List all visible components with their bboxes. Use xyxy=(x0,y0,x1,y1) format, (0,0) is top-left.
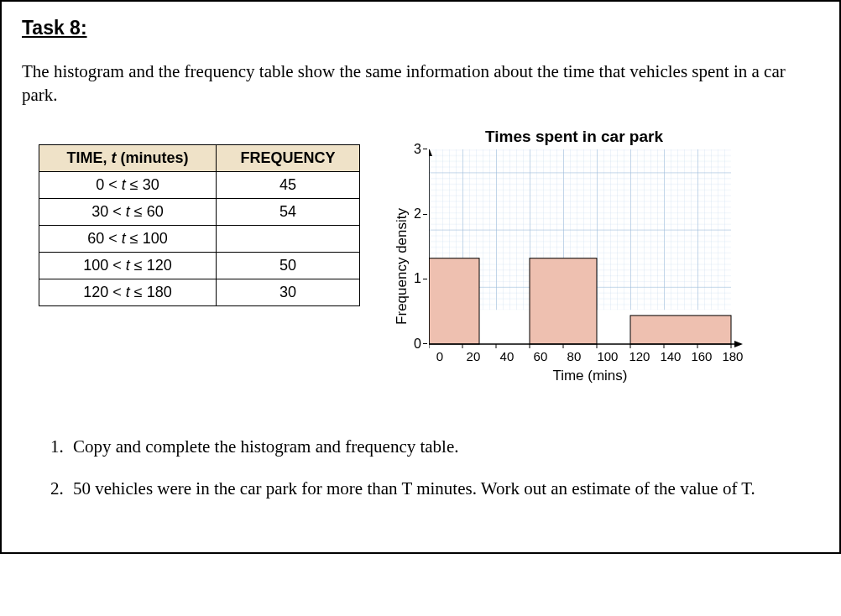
task-title: Task 8: xyxy=(22,17,819,39)
question-list: Copy and complete the histogram and freq… xyxy=(22,435,819,501)
x-tick: 160 xyxy=(691,349,712,363)
histogram-bar xyxy=(630,316,731,344)
histogram-plot xyxy=(429,149,748,349)
cell-freq xyxy=(217,225,360,252)
histogram-bar xyxy=(530,258,597,343)
x-tick: 100 xyxy=(597,349,618,363)
x-tick: 0 xyxy=(436,349,443,363)
table-row: 100 < t ≤ 120 50 xyxy=(39,252,360,279)
x-tick: 20 xyxy=(467,349,481,363)
x-tick: 60 xyxy=(534,349,548,363)
cell-freq: 50 xyxy=(217,252,360,279)
cell-freq: 45 xyxy=(217,171,360,198)
x-tick: 80 xyxy=(567,349,582,363)
histogram-block: Times spent in car park Frequency densit… xyxy=(394,128,755,384)
th-freq: FREQUENCY xyxy=(217,144,360,171)
content-row: TIME, t (minutes) FREQUENCY 0 < t ≤ 30 4… xyxy=(22,128,819,384)
th-range: TIME, t (minutes) xyxy=(39,144,217,171)
table-row: 120 < t ≤ 180 30 xyxy=(39,279,360,305)
cell-freq: 54 xyxy=(217,198,360,225)
x-ticks: 0 20 40 60 80 100 120 140 160 180 xyxy=(421,349,740,366)
x-tick: 120 xyxy=(629,349,650,363)
task-page: Task 8: The histogram and the frequency … xyxy=(0,0,841,554)
cell-range: 60 < t ≤ 100 xyxy=(39,225,217,252)
arrow-right-icon xyxy=(734,341,743,347)
cell-range: 120 < t ≤ 180 xyxy=(39,279,217,305)
cell-range: 30 < t ≤ 60 xyxy=(39,198,217,225)
x-tick: 180 xyxy=(722,349,743,363)
table-row: 0 < t ≤ 30 45 xyxy=(39,171,360,198)
y-ticks: 3 2 1 0 xyxy=(414,149,427,344)
cell-freq: 30 xyxy=(217,279,360,305)
cell-range: 100 < t ≤ 120 xyxy=(39,252,217,279)
chart-title: Times spent in car park xyxy=(394,128,755,146)
question-2: 50 vehicles were in the car park for mor… xyxy=(68,477,819,500)
x-tick: 40 xyxy=(500,349,515,363)
table-row: 60 < t ≤ 100 xyxy=(39,225,360,252)
y-axis-label: Frequency density xyxy=(394,208,410,325)
table-row: 30 < t ≤ 60 54 xyxy=(39,198,360,225)
question-1: Copy and complete the histogram and freq… xyxy=(68,435,819,458)
x-axis-label: Time (mins) xyxy=(534,368,627,384)
cell-range: 0 < t ≤ 30 xyxy=(39,171,217,198)
x-tick: 140 xyxy=(660,349,681,363)
frequency-table: TIME, t (minutes) FREQUENCY 0 < t ≤ 30 4… xyxy=(39,144,360,306)
task-intro: The histogram and the frequency table sh… xyxy=(22,60,819,107)
histogram-bar xyxy=(429,258,479,343)
